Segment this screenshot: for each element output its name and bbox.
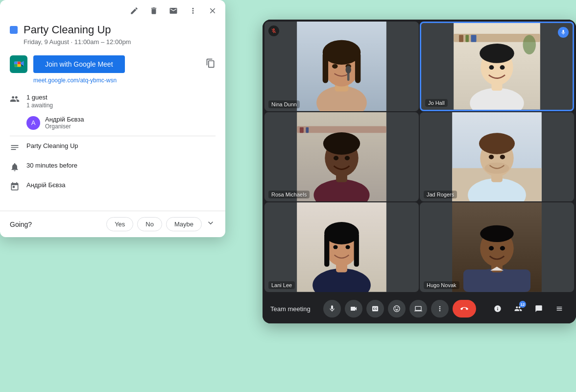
video-cell-rosa: Rosa Michaels xyxy=(264,112,419,202)
divider-1 xyxy=(10,136,216,136)
guests-content: 1 guest 1 awaiting xyxy=(26,94,53,109)
video-cell-nina: Nina Dunn xyxy=(264,22,419,111)
maybe-button[interactable]: Maybe xyxy=(166,217,202,231)
svg-point-4 xyxy=(323,40,361,65)
svg-point-21 xyxy=(500,65,505,70)
svg-point-39 xyxy=(479,133,515,154)
event-time: Friday, 9 August · 11:00am – 12:00pm xyxy=(24,38,216,46)
yes-button[interactable]: Yes xyxy=(106,217,133,231)
svg-rect-14 xyxy=(465,35,469,42)
no-button[interactable]: No xyxy=(137,217,162,231)
svg-rect-24 xyxy=(297,126,386,133)
svg-rect-13 xyxy=(459,35,463,42)
meet-controls xyxy=(323,300,476,318)
mic-active-icon-jo xyxy=(558,27,569,38)
guests-row: 1 guest 1 awaiting xyxy=(10,94,216,109)
svg-rect-53 xyxy=(463,270,530,292)
svg-point-7 xyxy=(332,64,337,69)
participant-name-rosa: Rosa Michaels xyxy=(268,191,310,198)
svg-rect-61 xyxy=(14,62,18,64)
edit-icon[interactable] xyxy=(128,5,140,17)
participant-name-lani: Lani Lee xyxy=(268,281,295,289)
svg-point-22 xyxy=(523,35,535,54)
svg-rect-47 xyxy=(324,233,329,267)
guests-icon xyxy=(10,94,20,106)
going-buttons: Yes No Maybe xyxy=(106,217,216,231)
calendar-owner-content: Андрій Бєвза xyxy=(26,181,66,189)
svg-point-32 xyxy=(345,156,350,160)
event-title-row: Party Cleaning Up xyxy=(10,24,216,36)
video-grid: Nina Dunn xyxy=(263,20,576,294)
meet-right-controls: 12 xyxy=(489,300,568,318)
mute-icon-nina xyxy=(268,25,279,36)
activities-button[interactable] xyxy=(551,300,568,318)
participants-button[interactable]: 12 xyxy=(509,300,527,318)
email-icon[interactable] xyxy=(168,5,179,17)
mic-button[interactable] xyxy=(323,300,341,318)
participant-count-badge: 12 xyxy=(519,301,526,308)
svg-point-30 xyxy=(323,132,360,155)
svg-point-20 xyxy=(489,65,494,70)
participant-name-jo: Jo Hall xyxy=(425,99,448,107)
svg-point-56 xyxy=(480,225,514,242)
join-meet-button[interactable]: Join with Google Meet xyxy=(33,55,125,73)
description-row: Party Cleaning Up xyxy=(10,142,216,155)
svg-point-31 xyxy=(334,156,338,160)
svg-point-49 xyxy=(333,245,337,249)
calendar-popup: Party Cleaning Up Friday, 9 August · 11:… xyxy=(0,0,225,237)
google-meet-logo xyxy=(10,55,27,73)
svg-rect-26 xyxy=(306,127,309,132)
svg-rect-62 xyxy=(18,62,21,64)
copy-link-icon[interactable] xyxy=(206,58,216,71)
svg-point-10 xyxy=(345,66,351,74)
participant-name-nina: Nina Dunn xyxy=(268,100,300,108)
reminder-icon xyxy=(10,162,20,174)
video-cell-jad: Jad Rogers xyxy=(420,112,574,202)
chat-button[interactable] xyxy=(530,300,548,318)
end-call-button[interactable] xyxy=(453,300,476,318)
expand-going-icon[interactable] xyxy=(206,218,216,230)
video-cell-hugo: Hugo Novak xyxy=(420,202,574,292)
attendee-row: A Андрій Бєвза Organiser xyxy=(26,116,216,130)
present-button[interactable] xyxy=(409,300,427,318)
svg-point-40 xyxy=(489,154,494,159)
calendar-owner-row: Андрій Бєвза xyxy=(10,181,216,194)
more-options-button[interactable] xyxy=(431,300,449,318)
popup-body: Party Cleaning Up Friday, 9 August · 11:… xyxy=(0,22,225,211)
svg-rect-5 xyxy=(323,52,328,83)
svg-point-46 xyxy=(324,222,359,245)
popup-header xyxy=(0,0,225,22)
event-color-dot xyxy=(10,26,18,34)
svg-rect-6 xyxy=(355,52,360,83)
more-icon[interactable] xyxy=(187,5,199,17)
svg-rect-63 xyxy=(14,64,18,67)
camera-button[interactable] xyxy=(345,300,362,318)
meet-link[interactable]: meet.google.com/atq-ybmc-wsn xyxy=(33,77,216,84)
svg-point-19 xyxy=(480,44,514,63)
svg-rect-64 xyxy=(18,64,21,67)
svg-point-58 xyxy=(500,246,505,250)
attendee-avatar: A xyxy=(26,116,40,130)
description-icon xyxy=(10,143,20,155)
svg-rect-25 xyxy=(300,127,304,132)
calendar-icon xyxy=(10,182,20,194)
going-label: Going? xyxy=(10,220,32,228)
svg-point-57 xyxy=(489,246,494,250)
meet-window: Nina Dunn xyxy=(263,20,576,323)
event-title: Party Cleaning Up xyxy=(24,24,111,36)
svg-point-41 xyxy=(500,154,505,159)
description-content: Party Cleaning Up xyxy=(26,142,78,149)
attendee-info: Андрій Бєвза Organiser xyxy=(45,116,84,130)
close-icon[interactable] xyxy=(207,5,218,17)
svg-rect-48 xyxy=(354,233,359,267)
captions-button[interactable] xyxy=(366,300,384,318)
meet-title: Team meeting xyxy=(270,305,311,313)
participant-name-jad: Jad Rogers xyxy=(424,191,457,198)
reactions-button[interactable] xyxy=(388,300,406,318)
delete-icon[interactable] xyxy=(148,5,160,17)
svg-rect-15 xyxy=(471,35,477,42)
meet-bottom-bar: Team meeting xyxy=(263,294,576,323)
info-button[interactable] xyxy=(489,300,506,318)
reminder-content: 30 minutes before xyxy=(26,162,77,169)
svg-point-50 xyxy=(345,245,350,249)
